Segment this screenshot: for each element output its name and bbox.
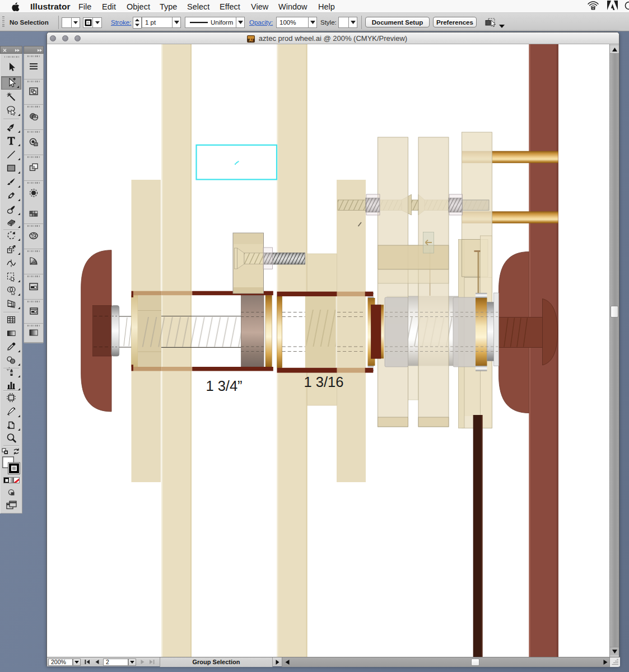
eraser-tool[interactable] [1,216,22,229]
tools-panel-header[interactable] [0,46,22,54]
next-artboard-button[interactable] [138,659,146,666]
panel-color-guide-button[interactable] [24,255,43,267]
panel-artboards-button[interactable] [24,86,43,96]
drawing-mode-control[interactable] [1,486,22,500]
stroke-dropdown-arrow[interactable] [93,18,101,27]
panel-transparency-button[interactable] [24,111,43,122]
stroke-color-control[interactable] [83,17,102,28]
menu-edit[interactable]: Edit [102,2,116,11]
free-transform-tool[interactable] [1,270,22,283]
type-tool[interactable] [1,134,22,147]
window-resize-grip[interactable] [609,657,620,667]
screen-mode-control[interactable] [1,498,22,512]
width-tool[interactable] [1,256,22,270]
vertical-scroll-track[interactable] [610,54,619,647]
panel-brushes-button[interactable] [24,188,43,198]
artboard-tool[interactable] [1,391,22,404]
docked-panels-header[interactable] [24,46,44,54]
paintbrush-tool[interactable] [1,175,22,189]
rectangle-tool[interactable] [1,161,22,175]
menu-effect[interactable]: Effect [220,2,240,11]
fill-color-control[interactable] [62,17,80,28]
menu-type[interactable]: Type [160,2,177,11]
rotate-tool[interactable] [1,228,22,242]
last-artboard-button[interactable] [147,659,156,666]
lasso-tool[interactable] [1,104,22,117]
panel-color-button[interactable] [24,230,43,241]
adobe-menu-icon[interactable] [607,1,618,12]
artboard-dropdown-button[interactable] [128,659,136,666]
status-display[interactable]: Group Selection [160,657,273,667]
column-graph-tool[interactable] [1,378,22,391]
artboard-number-field[interactable]: 2 [103,659,128,666]
stroke-panel-link[interactable]: Stroke: [111,19,131,26]
swap-fill-stroke-icon[interactable] [14,448,18,454]
menu-app-illustrator[interactable]: Illustrator [30,2,70,12]
fill-swatch[interactable] [62,18,72,27]
panel-symbols-button[interactable] [24,137,43,147]
zoom-level-field[interactable]: 200% [48,659,73,666]
zoom-tool[interactable] [1,431,22,445]
symbol-sprayer-tool[interactable] [1,365,22,379]
panel-pathfinder-button[interactable] [24,162,43,172]
select-similar-icon[interactable] [485,18,496,29]
window-title-bar[interactable]: Ai aztec prod wheel.ai @ 200% (CMYK/Prev… [47,32,619,44]
panel-links-button[interactable] [24,306,43,316]
controlbar-grip[interactable] [2,16,4,28]
vertical-scroll-thumb[interactable] [611,306,618,318]
menu-file[interactable]: File [78,2,91,11]
panel-swatches-button[interactable] [24,209,43,218]
vertical-board-C[interactable] [459,132,492,428]
stroke-swatch[interactable] [83,18,93,27]
apple-icon[interactable] [12,2,19,11]
mesh-tool[interactable] [1,313,22,326]
panel-gradient-button[interactable] [24,328,43,338]
menu-help[interactable]: Help [318,2,335,11]
wifi-camera-icon[interactable] [587,1,599,12]
slice-tool[interactable] [1,405,22,418]
clock-icon[interactable] [625,1,629,12]
gradient-button[interactable] [9,478,14,483]
scale-tool[interactable] [1,242,22,256]
brush-definition-field[interactable]: Uniform [185,17,236,28]
menu-view[interactable]: View [251,2,268,11]
pencil-tool[interactable] [1,189,22,202]
panel-menu-button[interactable] [24,61,43,72]
style-field[interactable] [338,17,349,28]
menu-object[interactable]: Object [127,2,150,11]
stroke-weight-field[interactable]: 1 pt [142,17,173,28]
status-menu-button[interactable] [273,659,282,666]
opacity-dropdown[interactable] [309,17,317,28]
fill-stroke-indicator[interactable] [2,456,21,475]
eyedropper-tool[interactable] [1,340,22,353]
horizontal-scroll-thumb[interactable] [471,659,479,666]
vertical-board-2[interactable] [162,44,192,657]
brush-dropdown[interactable] [236,17,245,28]
perspective-grid-tool[interactable] [1,297,22,310]
panel-layers-button[interactable] [24,281,43,292]
default-fill-stroke-icon[interactable] [2,449,8,454]
fill-dropdown-arrow[interactable] [72,18,80,27]
stroke-weight-stepper[interactable] [133,17,142,29]
scroll-up-button[interactable] [610,46,619,54]
blob-brush-tool[interactable] [1,203,22,216]
first-artboard-button[interactable] [83,659,92,666]
print-tiling-tool[interactable] [1,418,22,432]
selection-tool[interactable] [1,60,22,74]
style-dropdown[interactable] [349,17,357,28]
document-setup-button[interactable]: Document Setup [365,17,430,27]
scroll-right-icon[interactable] [603,660,608,665]
direct-selection-tool[interactable] [1,76,21,90]
pen-tool[interactable] [1,120,22,134]
shape-builder-tool[interactable] [1,283,22,297]
gradient-tool[interactable] [1,326,22,340]
select-similar-dropdown[interactable] [499,20,505,30]
dark-pole[interactable] [473,415,483,657]
preferences-button[interactable]: Preferences [433,17,477,27]
stroke-indicator[interactable] [8,463,20,474]
opacity-panel-link[interactable]: Opacity: [249,19,273,26]
scroll-left-icon[interactable] [285,660,290,665]
vertical-board-4[interactable] [337,180,366,482]
horizontal-scrollbar[interactable] [282,657,609,667]
none-button[interactable] [14,478,19,483]
